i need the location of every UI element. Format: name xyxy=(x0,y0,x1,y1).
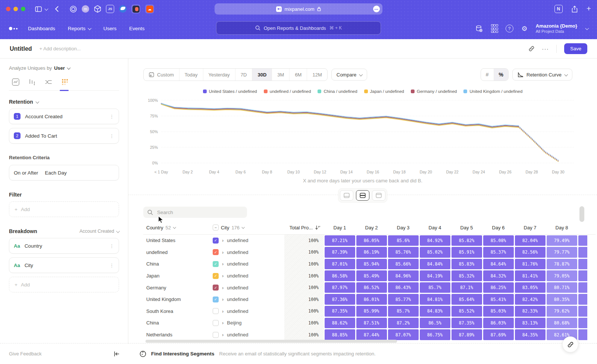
retention-value-cell[interactable]: 87.35% xyxy=(325,306,355,317)
legend-item[interactable]: China / undefined xyxy=(318,89,357,94)
mixpanel-logo[interactable] xyxy=(9,27,18,30)
retention-step-card[interactable]: 1Account Created⋮ xyxy=(9,109,119,124)
retention-value-cell[interactable]: 85.37% xyxy=(483,247,514,258)
retention-value-cell[interactable]: 86.01% xyxy=(356,294,387,305)
retention-value-cell[interactable]: 87.36% xyxy=(325,294,355,305)
tab-flows[interactable] xyxy=(45,78,52,86)
mixpanel-extension-icon[interactable] xyxy=(131,4,140,13)
retention-value-cell[interactable]: 86.58% xyxy=(325,270,355,281)
expand-row-icon[interactable]: › xyxy=(222,296,224,302)
column-header-day[interactable]: Day 3 xyxy=(387,225,419,230)
retention-value-cell[interactable]: 86.05% xyxy=(356,235,387,246)
retention-value-cell[interactable]: 86.43% xyxy=(388,282,419,293)
share-link-fab[interactable] xyxy=(562,336,578,352)
table-row[interactable]: United Kingdom✓›undefined100%87.36%86.01… xyxy=(143,294,596,305)
zoom-window-button[interactable] xyxy=(21,7,25,11)
expand-row-icon[interactable]: › xyxy=(222,250,224,255)
select-all-checkbox[interactable]: – xyxy=(213,225,219,230)
row-checkbox[interactable] xyxy=(213,308,219,314)
legend-item[interactable]: Japan / undefined xyxy=(364,89,404,94)
js-extension-icon[interactable]: JS xyxy=(106,5,114,13)
save-button[interactable]: Save xyxy=(564,43,587,54)
retention-value-cell[interactable]: 87.21% xyxy=(325,235,355,246)
retention-value-cell[interactable]: 85.02% xyxy=(420,247,450,258)
retention-value-cell[interactable]: 87.97% xyxy=(325,282,355,293)
collapse-sidebar-icon[interactable] xyxy=(114,351,119,357)
minimize-window-button[interactable] xyxy=(13,7,18,11)
retention-value-cell[interactable]: 83.05% xyxy=(515,282,546,293)
range-button-7d[interactable]: 7D xyxy=(235,69,252,81)
notion-icon[interactable]: N xyxy=(554,5,563,13)
table-row[interactable]: South Korea›undefined100%87.35%85.99%85.… xyxy=(143,305,596,317)
retention-value-cell[interactable]: 85.82% xyxy=(451,235,482,246)
report-description-placeholder[interactable]: + Add description... xyxy=(40,46,81,51)
retention-value-cell[interactable]: 87.01% xyxy=(325,259,355,270)
table-row[interactable]: Germany✓›undefined100%87.97%86.52%86.43%… xyxy=(143,282,596,294)
table-row[interactable]: Japan✓›undefined100%86.58%85.49%84.96%84… xyxy=(143,270,596,282)
retention-value-cell[interactable]: 87.1% xyxy=(451,282,482,293)
retention-value-cell[interactable]: 85.32% xyxy=(451,270,482,281)
range-button-3m[interactable]: 3M xyxy=(272,69,289,81)
column-header-day[interactable]: Day 6 xyxy=(482,225,514,230)
retention-value-cell[interactable]: 86.03% xyxy=(483,318,514,329)
column-header-day[interactable]: Day 8 xyxy=(546,225,578,230)
retention-value-cell[interactable]: 87.51% xyxy=(356,318,387,329)
cube-extension-icon[interactable] xyxy=(94,5,101,13)
table-row[interactable]: undefined✓›undefined100%87.39%86.19%85.7… xyxy=(143,247,596,258)
retention-value-cell[interactable]: 86.5% xyxy=(420,318,450,329)
kebab-menu-icon[interactable]: ⋮ xyxy=(109,114,114,119)
expand-row-icon[interactable]: › xyxy=(222,273,224,279)
format-absolute-button[interactable]: # xyxy=(481,69,494,81)
table-row[interactable]: China›Beijing100%88.62%87.51%87.2%86.5%8… xyxy=(143,317,596,329)
settings-gear-icon[interactable]: ⚙ xyxy=(522,25,528,33)
criteria-on-or-after[interactable]: On or After xyxy=(14,170,38,176)
column-header-city[interactable]: – City176 xyxy=(213,225,284,230)
retention-value-cell[interactable]: 87.07% xyxy=(388,329,419,340)
sidebar-toggle-icon[interactable] xyxy=(35,6,42,12)
retention-value-cell[interactable]: 79.62% xyxy=(547,306,577,317)
retention-value-cell[interactable]: 79.05% xyxy=(547,270,577,281)
retention-value-cell[interactable]: 85.94% xyxy=(356,259,387,270)
nav-link-events[interactable]: Events xyxy=(129,26,144,31)
retention-value-cell[interactable]: 85.08% xyxy=(483,235,514,246)
retention-value-cell[interactable]: 80.71% xyxy=(547,282,577,293)
nav-link-users[interactable]: Users xyxy=(103,26,116,31)
retention-value-cell[interactable]: 85.7% xyxy=(420,282,450,293)
split-view-button[interactable] xyxy=(356,190,369,201)
url-more-button[interactable]: ••• xyxy=(373,6,380,12)
retention-value-cell[interactable]: 84.81% xyxy=(420,294,450,305)
retention-value-cell[interactable]: 83.13% xyxy=(515,318,546,329)
expand-row-icon[interactable]: › xyxy=(222,238,224,243)
nav-link-dashboards[interactable]: Dashboards xyxy=(28,26,55,31)
tab-retention[interactable] xyxy=(61,78,69,86)
retention-value-cell[interactable]: 84.32% xyxy=(483,270,514,281)
retention-chart-svg[interactable]: 0%25%50%75%100%< 1 DayDay 2Day 4Day 6Day… xyxy=(143,96,582,176)
legend-item[interactable]: Germany / undefined xyxy=(411,89,457,94)
ring-extension-icon[interactable] xyxy=(70,6,77,13)
range-button-12m[interactable]: 12M xyxy=(307,69,327,81)
legend-item[interactable]: United Kingdom / undefined xyxy=(463,89,522,94)
table-row[interactable]: United States✓›undefined100%87.21%86.05%… xyxy=(143,235,596,247)
tab-funnels[interactable] xyxy=(28,78,36,86)
retention-value-cell[interactable]: 88.85% xyxy=(325,329,355,340)
breakdown-card[interactable]: AaCity⋮ xyxy=(9,257,119,273)
chart-only-view-button[interactable] xyxy=(340,190,353,201)
retention-value-cell[interactable]: 79.49% xyxy=(547,235,577,246)
retention-value-cell[interactable]: 84.96% xyxy=(388,270,419,281)
tab-insights[interactable] xyxy=(12,78,19,86)
retention-value-cell[interactable]: 84.19% xyxy=(420,270,450,281)
retention-value-cell[interactable]: 81.76% xyxy=(515,259,546,270)
report-title[interactable]: Untitled xyxy=(10,46,32,52)
retention-value-cell[interactable]: 85.99% xyxy=(356,306,387,317)
add-breakdown-button[interactable]: +Add xyxy=(9,277,119,292)
row-checkbox[interactable] xyxy=(213,332,219,338)
m-extension-icon[interactable]: m xyxy=(82,5,89,13)
data-management-icon[interactable] xyxy=(475,25,483,32)
legend-item[interactable]: United States / undefined xyxy=(203,89,257,94)
retention-value-cell[interactable]: 85.64% xyxy=(451,294,482,305)
vertical-scrollbar[interactable] xyxy=(579,206,584,222)
legend-item[interactable]: undefined / undefined xyxy=(264,89,311,94)
retention-value-cell[interactable]: 86.52% xyxy=(356,282,387,293)
retention-value-cell[interactable]: 82.04% xyxy=(515,235,546,246)
row-checkbox[interactable]: ✓ xyxy=(213,249,219,255)
